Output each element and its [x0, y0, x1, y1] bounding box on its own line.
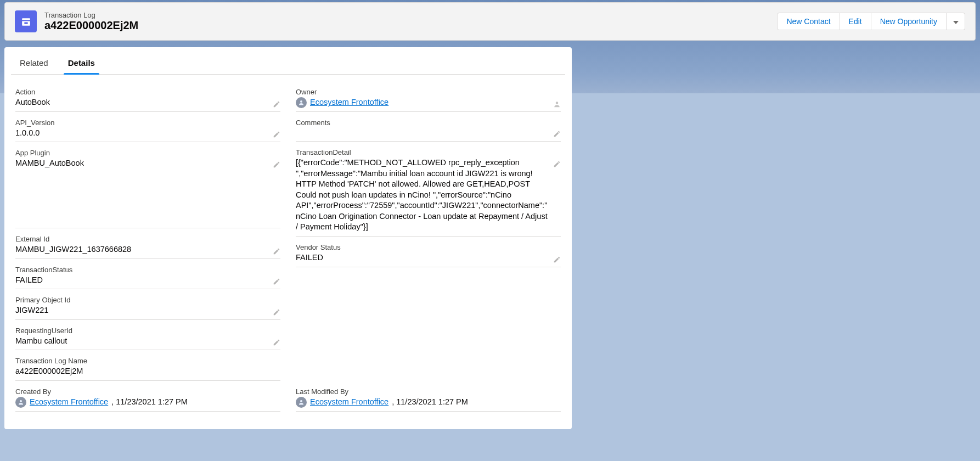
- svg-point-0: [20, 400, 22, 402]
- field-transaction-log-name: Transaction Log Name a422E000002Ej2M: [15, 357, 280, 381]
- field-value: MAMBU_JIGW221_1637666828: [15, 244, 280, 255]
- change-owner-icon[interactable]: [553, 100, 561, 108]
- field-value: [296, 128, 561, 138]
- pencil-icon[interactable]: [553, 256, 561, 263]
- created-by-timestamp: , 11/23/2021 1:27 PM: [111, 397, 188, 408]
- new-opportunity-button[interactable]: New Opportunity: [871, 13, 947, 30]
- last-modified-by-timestamp: , 11/23/2021 1:27 PM: [392, 397, 468, 408]
- pencil-icon[interactable]: [273, 100, 280, 108]
- chevron-down-icon: [953, 18, 959, 26]
- field-label: Comments: [296, 119, 561, 127]
- field-label: TransactionDetail: [296, 148, 561, 156]
- field-label: App Plugin: [15, 149, 280, 157]
- field-last-modified-by: Last Modified By Ecosystem Frontoffice ,…: [296, 387, 561, 412]
- field-label: Owner: [296, 88, 561, 96]
- field-value: MAMBU_AutoBook: [15, 158, 280, 169]
- field-action: Action AutoBook: [15, 88, 280, 112]
- field-value: AutoBook: [15, 97, 280, 108]
- pencil-icon[interactable]: [553, 160, 561, 168]
- tab-bar: Related Details: [11, 47, 565, 75]
- new-contact-button[interactable]: New Contact: [777, 13, 840, 30]
- avatar-icon: [296, 397, 307, 408]
- field-created-by: Created By Ecosystem Frontoffice , 11/23…: [15, 387, 280, 412]
- field-label: RequestingUserId: [15, 327, 280, 335]
- field-owner: Owner Ecosystem Frontoffice: [296, 88, 561, 112]
- field-value: FAILED: [296, 252, 561, 263]
- record-header: Transaction Log a422E000002Ej2M New Cont…: [4, 2, 976, 41]
- field-value: [{"errorCode":"METHOD_NOT_ALLOWED rpc_re…: [296, 158, 561, 233]
- pencil-icon[interactable]: [273, 131, 280, 138]
- created-by-user-link[interactable]: Ecosystem Frontoffice: [30, 397, 108, 408]
- field-label: External Id: [15, 235, 280, 243]
- field-app-plugin: App Plugin MAMBU_AutoBook: [15, 149, 280, 228]
- field-transaction-detail: TransactionDetail [{"errorCode":"METHOD_…: [296, 148, 561, 237]
- field-value: 1.0.0.0: [15, 128, 280, 139]
- field-label: Action: [15, 88, 280, 96]
- field-label: Transaction Log Name: [15, 357, 280, 365]
- field-requesting-user-id: RequestingUserId Mambu callout: [15, 327, 280, 351]
- object-type-label: Transaction Log: [44, 11, 138, 19]
- pencil-icon[interactable]: [273, 278, 280, 285]
- field-vendor-status: Vendor Status FAILED: [296, 243, 561, 267]
- field-label: TransactionStatus: [15, 266, 280, 274]
- detail-panel: Related Details Action AutoBook API_Vers…: [4, 47, 572, 429]
- edit-button[interactable]: Edit: [840, 13, 871, 30]
- svg-point-3: [300, 400, 302, 402]
- field-label: Vendor Status: [296, 243, 561, 251]
- svg-point-1: [300, 100, 302, 103]
- pencil-icon[interactable]: [553, 130, 561, 138]
- field-comments: Comments: [296, 119, 561, 142]
- owner-user-link[interactable]: Ecosystem Frontoffice: [310, 97, 388, 108]
- field-label: API_Version: [15, 119, 280, 127]
- pencil-icon[interactable]: [273, 308, 280, 316]
- field-value: JIGW221: [15, 305, 280, 316]
- svg-point-2: [556, 102, 559, 104]
- field-value: Mambu callout: [15, 336, 280, 347]
- field-api-version: API_Version 1.0.0.0: [15, 119, 280, 143]
- header-actions: New Contact Edit New Opportunity: [777, 13, 965, 30]
- record-type-icon: [15, 10, 37, 32]
- field-primary-object-id: Primary Object Id JIGW221: [15, 296, 280, 320]
- last-modified-by-user-link[interactable]: Ecosystem Frontoffice: [310, 397, 388, 408]
- avatar-icon: [296, 97, 307, 108]
- field-external-id: External Id MAMBU_JIGW221_1637666828: [15, 235, 280, 259]
- field-value: FAILED: [15, 275, 280, 286]
- pencil-icon[interactable]: [273, 248, 280, 255]
- tab-details[interactable]: Details: [64, 54, 99, 74]
- pencil-icon[interactable]: [273, 339, 280, 346]
- field-label: Primary Object Id: [15, 296, 280, 304]
- pencil-icon[interactable]: [273, 161, 280, 168]
- avatar-icon: [15, 397, 26, 408]
- field-label: Last Modified By: [296, 387, 561, 396]
- field-value: a422E000002Ej2M: [15, 366, 280, 377]
- record-name: a422E000002Ej2M: [44, 19, 138, 32]
- field-transaction-status: TransactionStatus FAILED: [15, 266, 280, 290]
- tab-related[interactable]: Related: [15, 54, 53, 74]
- more-actions-button[interactable]: [947, 13, 965, 30]
- field-label: Created By: [15, 387, 280, 396]
